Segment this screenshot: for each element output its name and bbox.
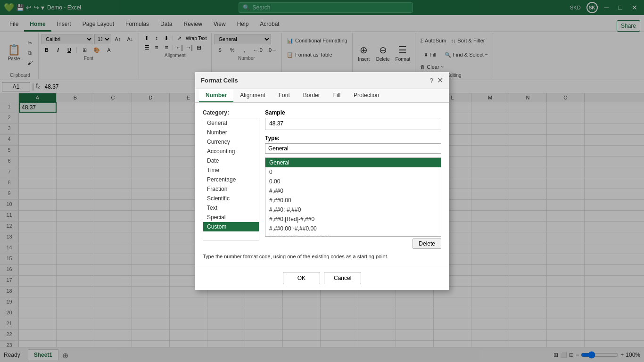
modal-help-icon[interactable]: ? xyxy=(429,77,433,84)
format-list-container: General 0 0.00 #,##0 #,##0.00 #,##0;-#,#… xyxy=(265,157,441,237)
format-item-neg-dec-red[interactable]: #,##0.00;[Red]-#,##0.00 xyxy=(265,233,441,236)
modal-tab-protection[interactable]: Protection xyxy=(347,89,386,102)
format-item-neg[interactable]: #,##0;-#,##0 xyxy=(265,205,441,214)
modal-overlay: Format Cells ? ✕ Number Alignment Font B… xyxy=(0,0,644,362)
modal-tabs: Number Alignment Font Border Fill Protec… xyxy=(195,89,449,103)
type-section: Type: General xyxy=(265,135,441,154)
cancel-button[interactable]: Cancel xyxy=(324,272,361,284)
modal-tab-fill[interactable]: Fill xyxy=(327,89,347,102)
format-cells-dialog: Format Cells ? ✕ Number Alignment Font B… xyxy=(195,72,449,290)
modal-tab-number[interactable]: Number xyxy=(199,89,233,102)
category-section: Category: General Number Currency Accoun… xyxy=(203,109,441,249)
modal-close-button[interactable]: ✕ xyxy=(437,76,443,85)
type-label: Type: xyxy=(265,135,441,141)
format-item-neg-dec[interactable]: #,##0.00;-#,##0.00 xyxy=(265,224,441,233)
delete-format-button[interactable]: Delete xyxy=(413,239,441,249)
category-scientific[interactable]: Scientific xyxy=(203,194,259,203)
category-time[interactable]: Time xyxy=(203,165,259,175)
category-fraction[interactable]: Fraction xyxy=(203,184,259,194)
modal-controls: ? ✕ xyxy=(429,76,443,85)
category-custom[interactable]: Custom xyxy=(203,222,259,231)
category-label: Category: xyxy=(203,109,259,116)
sample-value: 48.37 xyxy=(265,118,441,130)
modal-tab-border[interactable]: Border xyxy=(297,89,327,102)
format-item-hash-0[interactable]: #,##0 xyxy=(265,186,441,196)
sample-label: Sample xyxy=(265,109,441,116)
hint-text: Type the number format code, using one o… xyxy=(203,254,441,259)
category-column: Category: General Number Currency Accoun… xyxy=(203,109,259,249)
format-item-hash-00[interactable]: #,##0.00 xyxy=(265,196,441,205)
ok-button[interactable]: OK xyxy=(283,272,320,284)
format-list: General 0 0.00 #,##0 #,##0.00 #,##0;-#,#… xyxy=(265,158,441,236)
format-item-general[interactable]: General xyxy=(265,158,441,167)
category-percentage[interactable]: Percentage xyxy=(203,175,259,184)
category-special[interactable]: Special xyxy=(203,213,259,222)
type-input[interactable]: General xyxy=(265,143,441,154)
format-item-0[interactable]: 0 xyxy=(265,167,441,177)
category-date[interactable]: Date xyxy=(203,156,259,165)
modal-title-bar: Format Cells ? ✕ xyxy=(195,72,449,89)
category-number[interactable]: Number xyxy=(203,128,259,137)
format-item-0-00[interactable]: 0.00 xyxy=(265,177,441,186)
delete-btn-row: Delete xyxy=(265,239,441,249)
modal-footer: OK Cancel xyxy=(195,266,449,290)
format-item-neg-red[interactable]: #,##0;[Red]-#,##0 xyxy=(265,214,441,224)
category-text[interactable]: Text xyxy=(203,203,259,213)
modal-body: Category: General Number Currency Accoun… xyxy=(195,103,449,266)
category-list: General Number Currency Accounting Date … xyxy=(203,118,259,240)
category-general[interactable]: General xyxy=(203,118,259,128)
category-currency[interactable]: Currency xyxy=(203,137,259,147)
format-right: Sample 48.37 Type: General General 0 0.0… xyxy=(265,109,441,249)
modal-title: Format Cells xyxy=(201,77,238,84)
modal-tab-alignment[interactable]: Alignment xyxy=(233,89,272,102)
category-accounting[interactable]: Accounting xyxy=(203,147,259,156)
modal-tab-font[interactable]: Font xyxy=(272,89,297,102)
sample-section: Sample 48.37 xyxy=(265,109,441,130)
